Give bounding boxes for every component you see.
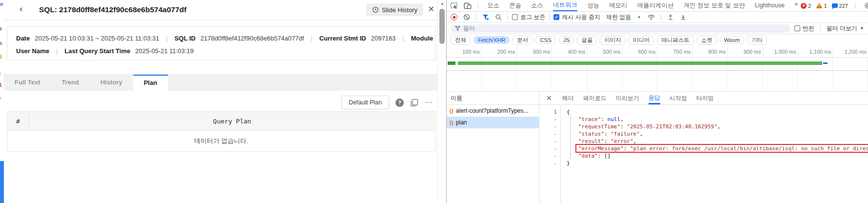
query-plan-table-header: # Query Plan	[7, 111, 435, 131]
fold-marker[interactable]: -	[539, 145, 557, 152]
copy-icon[interactable]	[410, 99, 418, 107]
tab-sources[interactable]: 소스	[531, 0, 543, 11]
tab-network[interactable]: 네트워크	[553, 0, 577, 11]
more-options-icon[interactable]: ⋯	[425, 98, 433, 107]
import-har-icon[interactable]	[665, 12, 676, 22]
chip-fetch-xhr[interactable]: Fetch/XHR	[473, 36, 510, 44]
search-icon[interactable]	[493, 12, 504, 22]
device-toolbar-icon[interactable]	[462, 1, 473, 11]
more-tabs-icon[interactable]: »	[794, 0, 798, 11]
disable-cache-checkbox[interactable]: ✓ 캐시 사용 중지	[553, 13, 600, 21]
edge-fragment: a	[0, 40, 2, 46]
chip-font[interactable]: 글꼴	[577, 36, 597, 45]
tab-application[interactable]: 애플리케이션	[637, 0, 674, 11]
close-icon[interactable]: ✕	[428, 4, 434, 14]
settings-gear-icon[interactable]	[862, 1, 868, 11]
devtools-tabbar: 요소 콘솔 소스 네트워크 성능 메모리 애플리케이션 개인 정보 보호 및 보…	[447, 0, 868, 12]
tab-timing[interactable]: 타이밍	[696, 92, 714, 104]
fold-marker[interactable]: -	[539, 130, 557, 138]
request-row-plan[interactable]: {} plan	[447, 117, 539, 128]
request-name-column-header[interactable]: 이름	[447, 92, 539, 105]
chip-other[interactable]: 기타	[747, 36, 767, 45]
tab-lighthouse[interactable]: Lighthouse	[755, 0, 785, 11]
default-plan-button[interactable]: Default Plan	[341, 96, 389, 109]
chip-all[interactable]: 전체	[451, 36, 471, 45]
tab-plan[interactable]: Plan	[133, 75, 168, 91]
indent-guide	[570, 116, 571, 160]
filter-toggle-icon[interactable]	[480, 12, 491, 22]
tab-history[interactable]: History	[90, 75, 133, 91]
filter-input[interactable]: 필터	[451, 24, 790, 33]
response-body-viewer[interactable]: 1 - - - - - - - { "trace": null, "reques…	[539, 105, 868, 203]
sql-panel-header: ‹ SQL: 2178d0ff8ef412f90c68e6b574a077df …	[4, 0, 437, 20]
errors-badge[interactable]: ✕ 2	[801, 3, 811, 9]
tab-elements[interactable]: 요소	[487, 0, 499, 11]
invert-label: 반전	[803, 24, 814, 33]
chip-js[interactable]: JS	[559, 36, 574, 44]
ruler-tick: 100 ms	[447, 46, 482, 57]
network-main-area: 이름 {} alert-count?platformTypes... {} pl…	[447, 92, 868, 203]
column-header-query-plan: Query Plan	[29, 112, 435, 130]
tab-initiator[interactable]: 시작점	[670, 92, 687, 104]
last-query-value: 2025-05-21 11:03:19	[135, 47, 194, 55]
clear-network-log-button[interactable]	[461, 12, 472, 22]
slide-history-button[interactable]: Slide History	[367, 4, 423, 16]
chip-css[interactable]: CSS	[535, 36, 556, 44]
export-har-icon[interactable]	[678, 12, 689, 22]
stmt-id-label: Current Stmt ID	[319, 35, 366, 42]
tab-performance[interactable]: 성능	[587, 0, 599, 11]
vertical-scrollbar[interactable]: ▲	[437, 0, 447, 203]
json-line: "data": []	[561, 152, 868, 160]
chip-wasm[interactable]: Wasm	[720, 36, 744, 44]
scrollbar-thumb[interactable]	[439, 9, 445, 44]
issues-badge[interactable]: 227	[832, 3, 848, 9]
tab-payload[interactable]: 페이로드	[583, 92, 607, 104]
tab-console[interactable]: 콘솔	[509, 0, 521, 11]
ruler-tick: 500 ms	[587, 46, 622, 57]
throttling-select[interactable]: 제한 없음 ▾	[606, 13, 640, 21]
fold-marker[interactable]: -	[539, 138, 557, 145]
tab-preview[interactable]: 미리보기	[616, 92, 639, 104]
checkbox-checked: ✓	[553, 14, 559, 20]
chip-doc[interactable]: 문서	[513, 36, 533, 45]
checkbox-unchecked	[794, 25, 800, 31]
ruler-tick: 300 ms	[517, 46, 552, 57]
network-conditions-icon[interactable]	[646, 12, 657, 22]
inspect-element-icon[interactable]	[449, 1, 459, 11]
tab-memory[interactable]: 메모리	[609, 0, 628, 11]
chip-socket[interactable]: 소켓	[697, 36, 717, 45]
warnings-badge[interactable]: ! 1	[816, 3, 827, 9]
tab-trend[interactable]: Trend	[51, 75, 89, 91]
preserve-log-checkbox[interactable]: 로그 보존	[512, 13, 545, 21]
chip-manifest[interactable]: 매니페스트	[657, 36, 694, 45]
request-name: alert-count?platformTypes...	[456, 107, 529, 114]
issues-icon	[832, 3, 838, 8]
timeline-ruler: 100 ms 200 ms 300 ms 400 ms 500 ms 600 m…	[447, 46, 868, 58]
more-filters-button[interactable]: 필터 더보기 ▼	[827, 24, 864, 33]
close-details-icon[interactable]: ✕	[546, 94, 552, 102]
record-network-log-button[interactable]	[449, 12, 459, 22]
throttling-value: 제한 없음	[606, 13, 631, 21]
back-icon[interactable]: ‹	[20, 3, 22, 14]
scrollbar-up-arrow[interactable]: ▲	[438, 1, 447, 6]
request-row-alert-count[interactable]: {} alert-count?platformTypes...	[447, 105, 539, 117]
chevron-down-icon: ▾	[638, 15, 640, 20]
chip-img[interactable]: 이미지	[600, 36, 626, 45]
tab-response[interactable]: 응답	[649, 92, 660, 104]
sql-detail-panel: ‹ SQL: 2178d0ff8ef412f90c68e6b574a077df …	[4, 0, 437, 203]
request-type-chips: 전체 Fetch/XHR 문서 CSS JS 글꼴 이미지 미디어 매니페스트 …	[447, 34, 868, 46]
network-overview-strip[interactable]	[447, 58, 868, 71]
background-page-sliver: w s a $ l 1 r	[0, 0, 4, 203]
tab-privacy-security[interactable]: 개인 정보 보호 및 보안	[684, 0, 745, 11]
fold-marker[interactable]: -	[539, 160, 557, 167]
tab-full-text[interactable]: Full Text	[4, 75, 51, 91]
fold-marker[interactable]: -	[539, 123, 557, 130]
date-value: 2025-05-21 10:03:31 ~ 2025-05-21 11:03:3…	[35, 35, 159, 42]
help-icon[interactable]: ?	[395, 99, 404, 107]
invert-filter-checkbox[interactable]: 반전	[794, 24, 814, 33]
fold-marker[interactable]: -	[539, 116, 557, 123]
tab-headers[interactable]: 헤더	[562, 92, 574, 104]
fold-marker[interactable]: -	[539, 152, 557, 160]
chip-media[interactable]: 미디어	[629, 36, 654, 45]
disable-cache-label: 캐시 사용 중지	[562, 13, 600, 21]
